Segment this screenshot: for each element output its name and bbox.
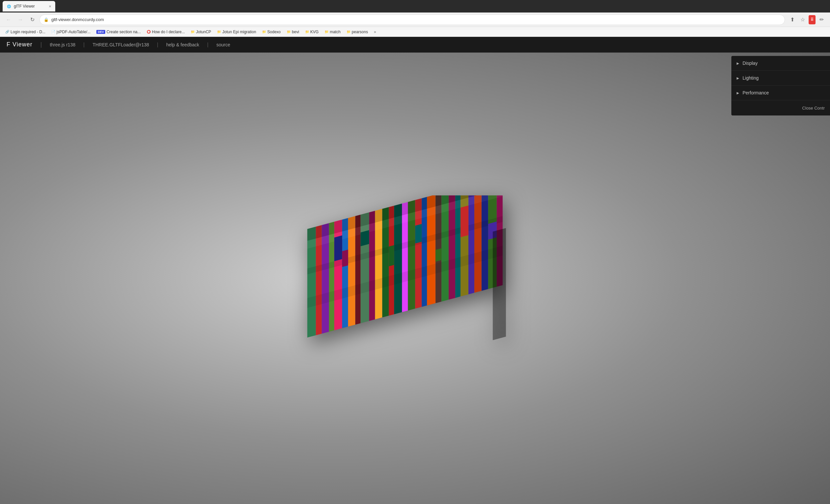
bookmark-label: jsPDF-AutoTable/... bbox=[57, 30, 90, 34]
browser-toolbar: ← → ↻ 🔒 gltf-viewer.donmccurdy.com ⬆ ☆ ⠿… bbox=[0, 12, 830, 27]
performance-panel-item[interactable]: ▶ Performance bbox=[731, 86, 830, 100]
share-button[interactable]: ⬆ bbox=[788, 15, 797, 24]
lock-icon: 🔒 bbox=[44, 18, 49, 22]
bookmark-howdo[interactable]: ⭕ How do I declare... bbox=[144, 29, 187, 35]
bookmark-icon: ⭕ bbox=[147, 30, 151, 34]
lighting-panel-item[interactable]: ▶ Lighting bbox=[731, 71, 830, 86]
bookmark-jspdf[interactable]: 📄 jsPDF-AutoTable/... bbox=[49, 29, 93, 35]
close-controls-button[interactable]: Close Contr bbox=[731, 100, 830, 116]
carpet-svg bbox=[297, 195, 511, 360]
svg-rect-37 bbox=[415, 224, 422, 244]
extensions-button[interactable]: ⠿ bbox=[809, 15, 816, 24]
svg-rect-35 bbox=[361, 230, 369, 246]
performance-arrow-icon: ▶ bbox=[737, 91, 739, 95]
threejs-link[interactable]: three.js r138 bbox=[50, 42, 75, 48]
app-container: F Viewer | three.js r138 | THREE.GLTFLoa… bbox=[0, 37, 830, 504]
browser-chrome: 🌐 glTF Viewer ✕ ← → ↻ 🔒 gltf-viewer.donm… bbox=[0, 0, 830, 37]
svg-rect-24 bbox=[469, 195, 475, 294]
bookmark-button[interactable]: ☆ bbox=[798, 15, 807, 24]
bookmarks-more-button[interactable]: » bbox=[371, 29, 379, 35]
app-title: F Viewer bbox=[7, 41, 33, 48]
bookmarks-bar: 🔗 Login required - D... 📄 jsPDF-AutoTabl… bbox=[0, 27, 830, 37]
dev-badge: DEV bbox=[96, 30, 105, 34]
bookmark-label: Create section na... bbox=[106, 30, 141, 34]
folder-icon: 📁 bbox=[325, 30, 328, 34]
bookmark-icon: 🔗 bbox=[5, 30, 9, 34]
performance-label: Performance bbox=[742, 90, 769, 95]
tab-bar: 🌐 glTF Viewer ✕ bbox=[0, 0, 830, 12]
lighting-arrow-icon: ▶ bbox=[737, 76, 739, 80]
bookmark-label: KVG bbox=[311, 30, 319, 34]
bookmark-label: How do I declare... bbox=[152, 30, 185, 34]
display-label: Display bbox=[742, 61, 758, 66]
bookmark-jotun-epi[interactable]: 📁 Jotun Epi migration bbox=[215, 29, 259, 35]
folder-icon: 📁 bbox=[347, 30, 351, 34]
close-controls-label: Close Contr bbox=[802, 105, 825, 111]
loader-link[interactable]: THREE.GLTFLoader@r138 bbox=[92, 42, 149, 48]
bookmark-create[interactable]: DEV Create section na... bbox=[94, 29, 143, 35]
svg-rect-38 bbox=[436, 248, 442, 262]
svg-rect-36 bbox=[389, 245, 394, 266]
folder-icon: 📁 bbox=[287, 30, 291, 34]
source-link[interactable]: source bbox=[216, 42, 230, 48]
url-text: gltf-viewer.donmccurdy.com bbox=[51, 17, 781, 22]
folder-icon: 📁 bbox=[262, 30, 266, 34]
bookmark-sodexo[interactable]: 📁 Sodexo bbox=[259, 29, 284, 35]
tab-favicon: 🌐 bbox=[7, 4, 11, 8]
forward-button[interactable]: → bbox=[16, 15, 25, 24]
tab-close-button[interactable]: ✕ bbox=[49, 5, 51, 8]
svg-rect-22 bbox=[455, 195, 461, 298]
svg-rect-26 bbox=[482, 195, 488, 291]
lighting-label: Lighting bbox=[742, 75, 759, 81]
control-panel: ▶ Display ▶ Lighting ▶ Performance Close… bbox=[731, 56, 830, 116]
bookmark-label: match bbox=[330, 30, 341, 34]
bookmark-label: pearsons bbox=[352, 30, 368, 34]
svg-rect-41 bbox=[493, 228, 506, 340]
bookmark-bevi[interactable]: 📁 bevi bbox=[284, 29, 302, 35]
bookmark-label: Sodexo bbox=[267, 30, 281, 34]
bookmark-login[interactable]: 🔗 Login required - D... bbox=[3, 29, 48, 35]
toolbar-actions: ⬆ ☆ ⠿ ✏ bbox=[788, 15, 826, 24]
carpet-model bbox=[297, 195, 511, 361]
bookmark-pearsons[interactable]: 📁 pearsons bbox=[344, 29, 371, 35]
3d-viewport[interactable]: ▶ Display ▶ Lighting ▶ Performance Close… bbox=[0, 53, 830, 504]
active-tab[interactable]: 🌐 glTF Viewer ✕ bbox=[3, 1, 55, 11]
bookmark-label: bevi bbox=[292, 30, 299, 34]
bookmark-icon: 📄 bbox=[51, 30, 55, 34]
bookmark-label: Jotun Epi migration bbox=[222, 30, 256, 34]
svg-rect-39 bbox=[461, 206, 469, 237]
display-arrow-icon: ▶ bbox=[737, 62, 739, 65]
tab-title: glTF Viewer bbox=[14, 4, 46, 8]
app-navbar: F Viewer | three.js r138 | THREE.GLTFLoa… bbox=[0, 37, 830, 53]
back-button[interactable]: ← bbox=[4, 15, 13, 24]
reload-button[interactable]: ↻ bbox=[28, 15, 37, 24]
nav-sep: | bbox=[157, 42, 158, 48]
nav-divider: | bbox=[40, 41, 42, 48]
bookmark-jotuncp[interactable]: 📁 JotunCP bbox=[188, 29, 214, 35]
feedback-link[interactable]: help & feedback bbox=[166, 42, 199, 48]
nav-sep: | bbox=[207, 42, 209, 48]
bookmark-label: JotunCP bbox=[196, 30, 211, 34]
more-button[interactable]: ✏ bbox=[817, 15, 826, 24]
bookmark-label: Login required - D... bbox=[10, 30, 45, 34]
address-bar[interactable]: 🔒 gltf-viewer.donmccurdy.com bbox=[39, 14, 785, 25]
svg-rect-25 bbox=[475, 195, 482, 293]
folder-icon: 📁 bbox=[305, 30, 309, 34]
bookmark-match[interactable]: 📁 match bbox=[322, 29, 343, 35]
display-panel-item[interactable]: ▶ Display bbox=[731, 56, 830, 71]
svg-rect-33 bbox=[334, 235, 342, 261]
folder-icon: 📁 bbox=[217, 30, 221, 34]
svg-rect-21 bbox=[449, 195, 455, 300]
bookmark-kvg[interactable]: 📁 KVG bbox=[302, 29, 321, 35]
svg-rect-34 bbox=[342, 250, 348, 267]
nav-sep: | bbox=[83, 42, 85, 48]
folder-icon: 📁 bbox=[191, 30, 195, 34]
